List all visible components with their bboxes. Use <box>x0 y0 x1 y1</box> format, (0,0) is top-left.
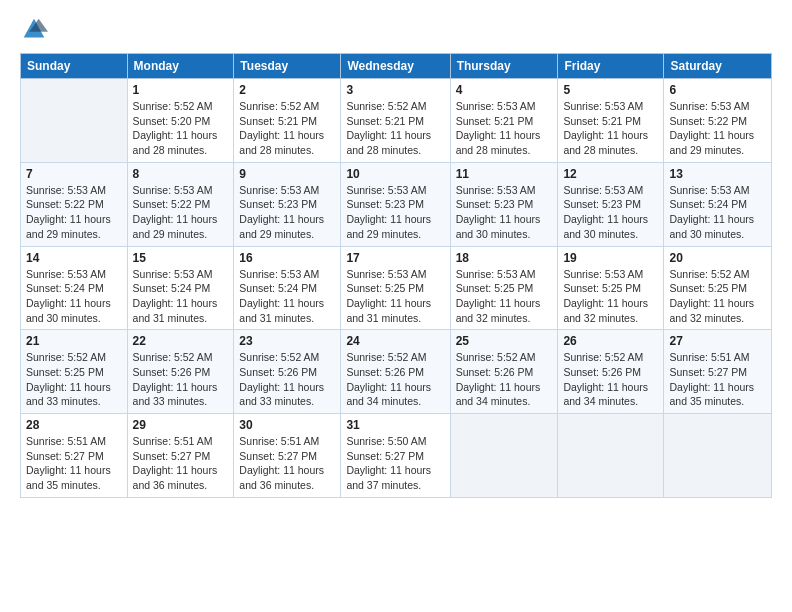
calendar-cell: 12Sunrise: 5:53 AM Sunset: 5:23 PM Dayli… <box>558 162 664 246</box>
calendar-header: SundayMondayTuesdayWednesdayThursdayFrid… <box>21 54 772 79</box>
day-number: 22 <box>133 334 229 348</box>
calendar-week-row: 7Sunrise: 5:53 AM Sunset: 5:22 PM Daylig… <box>21 162 772 246</box>
calendar-cell: 5Sunrise: 5:53 AM Sunset: 5:21 PM Daylig… <box>558 79 664 163</box>
day-info: Sunrise: 5:52 AM Sunset: 5:26 PM Dayligh… <box>239 350 335 409</box>
calendar-body: 1Sunrise: 5:52 AM Sunset: 5:20 PM Daylig… <box>21 79 772 498</box>
day-info: Sunrise: 5:52 AM Sunset: 5:25 PM Dayligh… <box>26 350 122 409</box>
day-info: Sunrise: 5:53 AM Sunset: 5:24 PM Dayligh… <box>133 267 229 326</box>
day-number: 28 <box>26 418 122 432</box>
day-number: 19 <box>563 251 658 265</box>
day-number: 13 <box>669 167 766 181</box>
calendar-cell: 8Sunrise: 5:53 AM Sunset: 5:22 PM Daylig… <box>127 162 234 246</box>
calendar-week-row: 28Sunrise: 5:51 AM Sunset: 5:27 PM Dayli… <box>21 414 772 498</box>
logo-icon <box>20 15 48 43</box>
day-info: Sunrise: 5:51 AM Sunset: 5:27 PM Dayligh… <box>669 350 766 409</box>
day-info: Sunrise: 5:53 AM Sunset: 5:23 PM Dayligh… <box>239 183 335 242</box>
calendar-cell <box>664 414 772 498</box>
day-info: Sunrise: 5:53 AM Sunset: 5:21 PM Dayligh… <box>563 99 658 158</box>
day-number: 18 <box>456 251 553 265</box>
day-number: 16 <box>239 251 335 265</box>
weekday-header: Sunday <box>21 54 128 79</box>
day-number: 12 <box>563 167 658 181</box>
day-number: 21 <box>26 334 122 348</box>
day-number: 26 <box>563 334 658 348</box>
day-info: Sunrise: 5:50 AM Sunset: 5:27 PM Dayligh… <box>346 434 444 493</box>
calendar-cell: 18Sunrise: 5:53 AM Sunset: 5:25 PM Dayli… <box>450 246 558 330</box>
page-container: SundayMondayTuesdayWednesdayThursdayFrid… <box>0 0 792 612</box>
calendar-cell: 23Sunrise: 5:52 AM Sunset: 5:26 PM Dayli… <box>234 330 341 414</box>
weekday-header: Wednesday <box>341 54 450 79</box>
calendar-cell <box>21 79 128 163</box>
day-info: Sunrise: 5:51 AM Sunset: 5:27 PM Dayligh… <box>133 434 229 493</box>
calendar-cell: 17Sunrise: 5:53 AM Sunset: 5:25 PM Dayli… <box>341 246 450 330</box>
weekday-row: SundayMondayTuesdayWednesdayThursdayFrid… <box>21 54 772 79</box>
calendar-cell: 15Sunrise: 5:53 AM Sunset: 5:24 PM Dayli… <box>127 246 234 330</box>
calendar-week-row: 14Sunrise: 5:53 AM Sunset: 5:24 PM Dayli… <box>21 246 772 330</box>
day-info: Sunrise: 5:53 AM Sunset: 5:25 PM Dayligh… <box>346 267 444 326</box>
day-info: Sunrise: 5:53 AM Sunset: 5:24 PM Dayligh… <box>239 267 335 326</box>
day-info: Sunrise: 5:53 AM Sunset: 5:22 PM Dayligh… <box>133 183 229 242</box>
day-info: Sunrise: 5:52 AM Sunset: 5:26 PM Dayligh… <box>346 350 444 409</box>
calendar-week-row: 21Sunrise: 5:52 AM Sunset: 5:25 PM Dayli… <box>21 330 772 414</box>
day-number: 25 <box>456 334 553 348</box>
day-number: 9 <box>239 167 335 181</box>
logo <box>20 15 52 43</box>
day-info: Sunrise: 5:52 AM Sunset: 5:25 PM Dayligh… <box>669 267 766 326</box>
day-info: Sunrise: 5:53 AM Sunset: 5:23 PM Dayligh… <box>456 183 553 242</box>
calendar-cell: 2Sunrise: 5:52 AM Sunset: 5:21 PM Daylig… <box>234 79 341 163</box>
day-number: 10 <box>346 167 444 181</box>
day-info: Sunrise: 5:53 AM Sunset: 5:23 PM Dayligh… <box>563 183 658 242</box>
day-number: 29 <box>133 418 229 432</box>
day-number: 1 <box>133 83 229 97</box>
day-number: 31 <box>346 418 444 432</box>
day-info: Sunrise: 5:52 AM Sunset: 5:21 PM Dayligh… <box>346 99 444 158</box>
day-info: Sunrise: 5:52 AM Sunset: 5:26 PM Dayligh… <box>456 350 553 409</box>
day-info: Sunrise: 5:53 AM Sunset: 5:21 PM Dayligh… <box>456 99 553 158</box>
calendar-cell: 24Sunrise: 5:52 AM Sunset: 5:26 PM Dayli… <box>341 330 450 414</box>
day-number: 17 <box>346 251 444 265</box>
weekday-header: Friday <box>558 54 664 79</box>
day-info: Sunrise: 5:51 AM Sunset: 5:27 PM Dayligh… <box>26 434 122 493</box>
calendar-week-row: 1Sunrise: 5:52 AM Sunset: 5:20 PM Daylig… <box>21 79 772 163</box>
day-info: Sunrise: 5:52 AM Sunset: 5:26 PM Dayligh… <box>563 350 658 409</box>
calendar-cell: 6Sunrise: 5:53 AM Sunset: 5:22 PM Daylig… <box>664 79 772 163</box>
calendar-cell <box>558 414 664 498</box>
day-number: 11 <box>456 167 553 181</box>
calendar-cell: 1Sunrise: 5:52 AM Sunset: 5:20 PM Daylig… <box>127 79 234 163</box>
calendar-cell: 28Sunrise: 5:51 AM Sunset: 5:27 PM Dayli… <box>21 414 128 498</box>
day-number: 8 <box>133 167 229 181</box>
weekday-header: Thursday <box>450 54 558 79</box>
day-info: Sunrise: 5:52 AM Sunset: 5:20 PM Dayligh… <box>133 99 229 158</box>
day-number: 4 <box>456 83 553 97</box>
day-info: Sunrise: 5:51 AM Sunset: 5:27 PM Dayligh… <box>239 434 335 493</box>
calendar-cell: 3Sunrise: 5:52 AM Sunset: 5:21 PM Daylig… <box>341 79 450 163</box>
calendar-cell: 27Sunrise: 5:51 AM Sunset: 5:27 PM Dayli… <box>664 330 772 414</box>
calendar-cell: 11Sunrise: 5:53 AM Sunset: 5:23 PM Dayli… <box>450 162 558 246</box>
day-number: 24 <box>346 334 444 348</box>
day-info: Sunrise: 5:52 AM Sunset: 5:21 PM Dayligh… <box>239 99 335 158</box>
day-info: Sunrise: 5:53 AM Sunset: 5:22 PM Dayligh… <box>26 183 122 242</box>
calendar-cell: 19Sunrise: 5:53 AM Sunset: 5:25 PM Dayli… <box>558 246 664 330</box>
day-info: Sunrise: 5:53 AM Sunset: 5:24 PM Dayligh… <box>26 267 122 326</box>
day-number: 30 <box>239 418 335 432</box>
calendar-cell: 30Sunrise: 5:51 AM Sunset: 5:27 PM Dayli… <box>234 414 341 498</box>
calendar-cell: 7Sunrise: 5:53 AM Sunset: 5:22 PM Daylig… <box>21 162 128 246</box>
day-info: Sunrise: 5:53 AM Sunset: 5:24 PM Dayligh… <box>669 183 766 242</box>
calendar: SundayMondayTuesdayWednesdayThursdayFrid… <box>20 53 772 498</box>
day-number: 14 <box>26 251 122 265</box>
calendar-cell: 21Sunrise: 5:52 AM Sunset: 5:25 PM Dayli… <box>21 330 128 414</box>
day-number: 6 <box>669 83 766 97</box>
calendar-cell: 9Sunrise: 5:53 AM Sunset: 5:23 PM Daylig… <box>234 162 341 246</box>
day-info: Sunrise: 5:52 AM Sunset: 5:26 PM Dayligh… <box>133 350 229 409</box>
day-info: Sunrise: 5:53 AM Sunset: 5:23 PM Dayligh… <box>346 183 444 242</box>
day-info: Sunrise: 5:53 AM Sunset: 5:25 PM Dayligh… <box>563 267 658 326</box>
calendar-cell <box>450 414 558 498</box>
day-number: 20 <box>669 251 766 265</box>
calendar-cell: 16Sunrise: 5:53 AM Sunset: 5:24 PM Dayli… <box>234 246 341 330</box>
day-number: 7 <box>26 167 122 181</box>
day-info: Sunrise: 5:53 AM Sunset: 5:22 PM Dayligh… <box>669 99 766 158</box>
day-number: 15 <box>133 251 229 265</box>
calendar-cell: 20Sunrise: 5:52 AM Sunset: 5:25 PM Dayli… <box>664 246 772 330</box>
calendar-cell: 29Sunrise: 5:51 AM Sunset: 5:27 PM Dayli… <box>127 414 234 498</box>
day-number: 27 <box>669 334 766 348</box>
